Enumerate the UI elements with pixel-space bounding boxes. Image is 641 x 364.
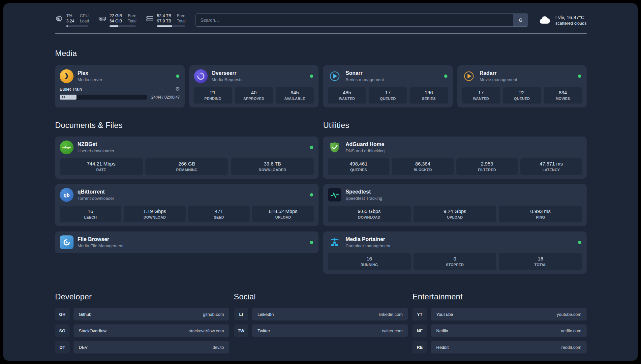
stat-label: QUEUED [504,97,540,101]
stat-value: 86,384 [393,161,452,167]
disk-icon [146,15,154,23]
stat-tile: 17WANTED [462,87,500,104]
stat-value: 16 [61,208,120,214]
cpu-percent: 7% [66,13,74,18]
stat-tile: 266 GBREMAINING [145,158,229,175]
stat-value: 9.24 Gbps [415,208,495,214]
bookmark-link[interactable]: Netflixnetflix.com [431,324,587,337]
stat-value: 834 [545,90,581,95]
playback-time: 24:44 / 02:06:47 [151,95,180,100]
media-section: Media Plex Media server Bullet Train ⚙ [55,49,587,107]
overseerr-card[interactable]: Overseerr Media Requests 21PENDING40APPR… [189,65,319,107]
playback-progress-bar[interactable] [60,95,147,100]
cpu-widget: 7% 3.24 CPU Load [55,13,89,27]
bookmark-link[interactable]: Redditreddit.com [431,341,587,353]
radarr-icon [462,69,476,83]
sonarr-card[interactable]: Sonarr Series management 485WANTED17QUEU… [323,65,453,107]
adguard-card[interactable]: AdGuard Home DNS and adblocking 498,461Q… [323,136,587,179]
bookmark-row[interactable]: SOStackOverflowstackoverflow.com [55,324,229,337]
stat-value: 618.52 Mbps [254,208,313,214]
app-name: AdGuard Home [346,141,385,147]
bookmark-name: YouTube [436,312,453,317]
bookmark-row[interactable]: RERedditreddit.com [412,341,587,353]
bookmark-url: github.com [203,312,224,317]
stat-label: LATENCY [522,168,581,172]
stat-label: UPLOAD [415,215,495,219]
stat-tile: 834MOVIES [544,87,582,104]
stat-tile: 945AVAILABLE [276,87,314,104]
bookmark-row[interactable]: TWTwittertwitter.com [234,324,408,337]
dashboard-panel: 7% 3.24 CPU Load [3,3,638,361]
stat-tile: 21PENDING [194,87,232,104]
now-playing-title: Bullet Train [60,87,82,92]
bookmark-url: netflix.com [561,328,581,333]
cpu-progress-bar [66,25,88,27]
bookmark-name: Twitter [258,328,270,333]
ram-icon [98,15,107,23]
bookmark-row[interactable]: NFNetflixnetflix.com [412,324,587,337]
stat-tile: 16TOTAL [499,253,582,270]
bookmark-abbr: SO [55,324,70,337]
filebrowser-card[interactable]: File Browser Media File Management [55,231,319,253]
stat-tile: 86,384BLOCKED [392,158,454,175]
stat-tile: 0STOPPED [413,253,497,270]
stat-tile: 16RUNNING [328,253,411,270]
stat-value: 17 [463,90,499,95]
nzbget-card[interactable]: nzbget NZBGet Usenet downloader 744.21 M… [55,136,319,179]
bookmark-row[interactable]: LILinkedInlinkedin.com [234,308,408,320]
gear-icon[interactable]: ⚙ [175,86,180,92]
stat-tile: 39.6 TBDOWNLOADED [231,158,314,175]
app-name: Speedtest [346,189,382,195]
stat-tile: 498,461QUERIES [328,158,389,175]
app-name: Radarr [480,70,517,76]
pause-icon[interactable] [62,96,65,98]
weather-location: Lviv, 16.87°C [555,15,587,20]
qbittorrent-card[interactable]: qb qBittorrent Torrent downloader 16LEEC… [55,184,319,226]
stat-label: LEECH [61,215,120,219]
radarr-card[interactable]: Radarr Movie management 17WANTED22QUEUED… [457,65,587,107]
search-engine-button[interactable]: G [513,14,528,26]
stat-label: FILTERED [458,168,517,172]
bookmark-row[interactable]: YTYouTubeyoutube.com [412,308,587,320]
bookmark-link[interactable]: LinkedInlinkedin.com [252,308,408,320]
portainer-icon [328,235,342,249]
ram-progress-bar [109,25,136,27]
plex-icon [60,69,74,83]
social-column: Social LILinkedInlinkedin.comTWTwittertw… [234,292,408,353]
app-name: NZBGet [77,141,114,147]
app-subtitle: Container management [346,243,390,248]
stat-tile: 22QUEUED [503,87,541,104]
stat-value: 744.21 Mbps [61,161,141,167]
documents-section-title: Documents & Files [55,121,319,130]
bookmark-link[interactable]: YouTubeyoutube.com [431,308,587,320]
stat-label: PING [500,215,581,219]
bookmark-row[interactable]: GHGithubgithub.com [55,308,229,320]
plex-card[interactable]: Plex Media server Bullet Train ⚙ 24:44 [55,65,185,107]
speedtest-card[interactable]: Speedtest Speedtest Tracking 9.65 GbpsDO… [323,184,587,226]
bookmark-link[interactable]: DEVdev.to [74,341,229,353]
entertainment-column: Entertainment YTYouTubeyoutube.comNFNetf… [412,292,587,353]
bookmark-link[interactable]: StackOverflowstackoverflow.com [74,324,229,337]
portainer-card[interactable]: Media Portainer Container management 16R… [323,231,587,274]
bookmark-link[interactable]: Twittertwitter.com [252,324,408,337]
status-dot [310,146,313,149]
app-subtitle: Media File Management [77,243,123,248]
bookmark-name: Reddit [436,345,449,350]
bookmark-url: stackoverflow.com [189,328,224,333]
stat-label: WANTED [329,97,365,101]
app-subtitle: Torrent downloader [77,196,114,201]
bookmark-url: youtube.com [557,312,581,317]
bookmark-url: dev.to [213,345,224,350]
stat-label: SERIES [411,97,446,101]
bookmark-row[interactable]: DTDEVdev.to [55,341,229,353]
speedtest-icon [328,188,342,202]
stat-value: 22 [504,90,540,95]
stat-label: DOWNLOAD [125,215,184,219]
search-input[interactable] [196,14,529,27]
stat-label: SEED [190,215,249,219]
status-dot [578,241,581,244]
bookmark-link[interactable]: Githubgithub.com [74,308,229,320]
qbittorrent-icon-text: qb [64,192,70,198]
stat-label: QUERIES [329,168,388,172]
stat-label: REMAINING [147,168,227,172]
